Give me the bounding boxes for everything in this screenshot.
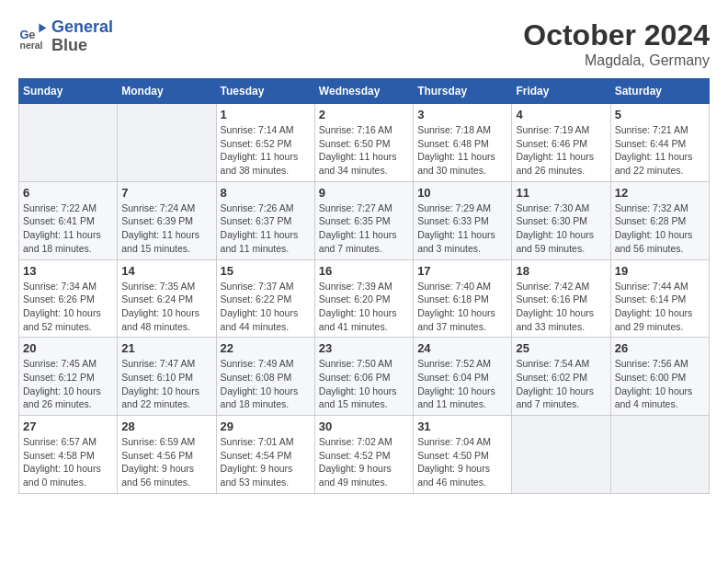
day-number: 20: [23, 341, 113, 355]
header-day: Wednesday: [314, 79, 413, 104]
calendar-cell: 26Sunrise: 7:56 AMSunset: 6:00 PMDayligh…: [610, 338, 709, 416]
svg-text:G: G: [20, 27, 29, 40]
day-number: 15: [221, 264, 311, 278]
calendar-cell: 7Sunrise: 7:24 AMSunset: 6:39 PMDaylight…: [118, 181, 216, 259]
header-row: SundayMondayTuesdayWednesdayThursdayFrid…: [19, 79, 710, 104]
day-number: 11: [516, 186, 606, 200]
day-detail: Sunrise: 6:57 AMSunset: 4:58 PMDaylight:…: [23, 435, 113, 489]
calendar-cell: 29Sunrise: 7:01 AMSunset: 4:54 PMDayligh…: [216, 416, 314, 494]
day-number: 12: [615, 186, 705, 200]
calendar-cell: 24Sunrise: 7:52 AMSunset: 6:04 PMDayligh…: [414, 338, 512, 416]
day-number: 30: [319, 419, 409, 433]
day-number: 14: [121, 264, 211, 278]
calendar-cell: 5Sunrise: 7:21 AMSunset: 6:44 PMDaylight…: [610, 104, 709, 182]
month-title: October 2024: [523, 18, 710, 52]
calendar-cell: 30Sunrise: 7:02 AMSunset: 4:52 PMDayligh…: [314, 416, 413, 494]
day-detail: Sunrise: 7:04 AMSunset: 4:50 PMDaylight:…: [417, 435, 507, 489]
calendar-cell: [19, 104, 118, 182]
title-block: October 2024 Magdala, Germany: [523, 18, 710, 69]
day-number: 13: [23, 264, 113, 278]
calendar-cell: 15Sunrise: 7:37 AMSunset: 6:22 PMDayligh…: [216, 259, 314, 338]
day-detail: Sunrise: 7:30 AMSunset: 6:30 PMDaylight:…: [516, 201, 606, 256]
day-number: 9: [319, 186, 409, 200]
svg-text:neral: neral: [20, 40, 43, 51]
day-detail: Sunrise: 7:56 AMSunset: 6:00 PMDaylight:…: [615, 357, 705, 411]
day-detail: Sunrise: 7:49 AMSunset: 6:08 PMDaylight:…: [221, 357, 311, 411]
day-detail: Sunrise: 7:19 AMSunset: 6:46 PMDaylight:…: [516, 123, 606, 178]
day-detail: Sunrise: 6:59 AMSunset: 4:56 PMDaylight:…: [121, 435, 211, 489]
calendar-cell: 6Sunrise: 7:22 AMSunset: 6:41 PMDaylight…: [19, 181, 118, 259]
calendar-cell: 22Sunrise: 7:49 AMSunset: 6:08 PMDayligh…: [216, 338, 314, 416]
day-number: 3: [417, 108, 507, 121]
day-number: 25: [516, 341, 606, 355]
day-number: 7: [121, 186, 211, 200]
day-detail: Sunrise: 7:18 AMSunset: 6:48 PMDaylight:…: [417, 123, 507, 178]
day-detail: Sunrise: 7:01 AMSunset: 4:54 PMDaylight:…: [221, 435, 311, 489]
day-number: 5: [615, 108, 705, 121]
header-day: Saturday: [610, 79, 709, 104]
calendar-cell: 10Sunrise: 7:29 AMSunset: 6:33 PMDayligh…: [414, 181, 512, 259]
header-day: Monday: [118, 79, 216, 104]
day-number: 17: [417, 264, 507, 278]
day-number: 16: [319, 264, 409, 278]
calendar-cell: 25Sunrise: 7:54 AMSunset: 6:02 PMDayligh…: [512, 338, 610, 416]
calendar-cell: 17Sunrise: 7:40 AMSunset: 6:18 PMDayligh…: [414, 259, 512, 338]
day-number: 2: [319, 108, 409, 121]
header-day: Friday: [512, 79, 610, 104]
day-number: 8: [221, 186, 311, 200]
day-detail: Sunrise: 7:16 AMSunset: 6:50 PMDaylight:…: [319, 123, 409, 178]
day-number: 29: [221, 419, 311, 433]
day-number: 28: [121, 419, 211, 433]
calendar-week-row: 1Sunrise: 7:14 AMSunset: 6:52 PMDaylight…: [19, 104, 710, 182]
calendar-table: SundayMondayTuesdayWednesdayThursdayFrid…: [18, 78, 710, 494]
calendar-cell: 9Sunrise: 7:27 AMSunset: 6:35 PMDaylight…: [314, 181, 413, 259]
day-number: 21: [121, 341, 211, 355]
day-detail: Sunrise: 7:22 AMSunset: 6:41 PMDaylight:…: [23, 201, 113, 256]
day-number: 19: [615, 264, 705, 278]
day-detail: Sunrise: 7:27 AMSunset: 6:35 PMDaylight:…: [319, 201, 409, 256]
calendar-cell: 4Sunrise: 7:19 AMSunset: 6:46 PMDaylight…: [512, 104, 610, 182]
calendar-cell: 23Sunrise: 7:50 AMSunset: 6:06 PMDayligh…: [314, 338, 413, 416]
day-number: 1: [221, 108, 311, 121]
calendar-cell: 8Sunrise: 7:26 AMSunset: 6:37 PMDaylight…: [216, 181, 314, 259]
calendar-cell: [118, 104, 216, 182]
day-detail: Sunrise: 7:32 AMSunset: 6:28 PMDaylight:…: [615, 201, 705, 256]
day-detail: Sunrise: 7:47 AMSunset: 6:10 PMDaylight:…: [121, 357, 211, 411]
calendar-cell: 27Sunrise: 6:57 AMSunset: 4:58 PMDayligh…: [19, 416, 118, 494]
day-number: 23: [319, 341, 409, 355]
header-day: Tuesday: [216, 79, 314, 104]
day-detail: Sunrise: 7:42 AMSunset: 6:16 PMDaylight:…: [516, 280, 606, 334]
calendar-cell: 16Sunrise: 7:39 AMSunset: 6:20 PMDayligh…: [314, 259, 413, 338]
day-number: 10: [417, 186, 507, 200]
svg-marker-3: [39, 23, 46, 32]
day-detail: Sunrise: 7:40 AMSunset: 6:18 PMDaylight:…: [417, 280, 507, 334]
calendar-header: SundayMondayTuesdayWednesdayThursdayFrid…: [19, 79, 710, 104]
day-detail: Sunrise: 7:21 AMSunset: 6:44 PMDaylight:…: [615, 123, 705, 178]
day-detail: Sunrise: 7:44 AMSunset: 6:14 PMDaylight:…: [615, 280, 705, 334]
logo: G e neral General Blue: [18, 18, 113, 55]
day-detail: Sunrise: 7:54 AMSunset: 6:02 PMDaylight:…: [516, 357, 606, 411]
calendar-cell: 3Sunrise: 7:18 AMSunset: 6:48 PMDaylight…: [414, 104, 512, 182]
day-detail: Sunrise: 7:45 AMSunset: 6:12 PMDaylight:…: [23, 357, 113, 411]
calendar-cell: 11Sunrise: 7:30 AMSunset: 6:30 PMDayligh…: [512, 181, 610, 259]
day-detail: Sunrise: 7:34 AMSunset: 6:26 PMDaylight:…: [23, 280, 113, 334]
calendar-cell: 18Sunrise: 7:42 AMSunset: 6:16 PMDayligh…: [512, 259, 610, 338]
day-detail: Sunrise: 7:37 AMSunset: 6:22 PMDaylight:…: [221, 280, 311, 334]
location-subtitle: Magdala, Germany: [523, 52, 710, 69]
calendar-cell: [610, 416, 709, 494]
calendar-cell: 21Sunrise: 7:47 AMSunset: 6:10 PMDayligh…: [118, 338, 216, 416]
svg-text:e: e: [28, 27, 35, 40]
calendar-week-row: 13Sunrise: 7:34 AMSunset: 6:26 PMDayligh…: [19, 259, 710, 338]
calendar-week-row: 6Sunrise: 7:22 AMSunset: 6:41 PMDaylight…: [19, 181, 710, 259]
day-detail: Sunrise: 7:14 AMSunset: 6:52 PMDaylight:…: [221, 123, 311, 178]
calendar-cell: 19Sunrise: 7:44 AMSunset: 6:14 PMDayligh…: [610, 259, 709, 338]
day-detail: Sunrise: 7:02 AMSunset: 4:52 PMDaylight:…: [319, 435, 409, 489]
header-day: Sunday: [19, 79, 118, 104]
day-detail: Sunrise: 7:52 AMSunset: 6:04 PMDaylight:…: [417, 357, 507, 411]
day-number: 6: [23, 186, 113, 200]
day-number: 4: [516, 108, 606, 121]
day-detail: Sunrise: 7:26 AMSunset: 6:37 PMDaylight:…: [221, 201, 311, 256]
calendar-week-row: 20Sunrise: 7:45 AMSunset: 6:12 PMDayligh…: [19, 338, 710, 416]
day-number: 26: [615, 341, 705, 355]
calendar-cell: 12Sunrise: 7:32 AMSunset: 6:28 PMDayligh…: [610, 181, 709, 259]
